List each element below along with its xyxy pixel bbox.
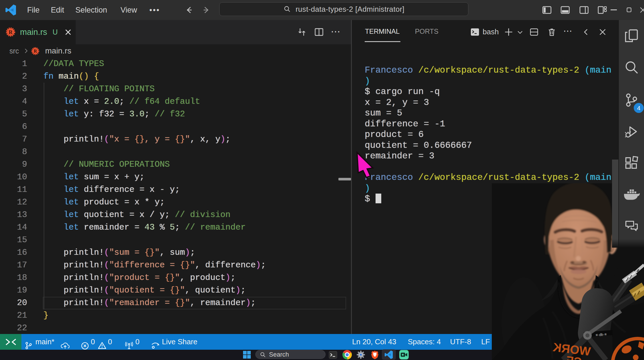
svg-text:R: R <box>34 49 37 54</box>
svg-text:R: R <box>9 29 13 35</box>
